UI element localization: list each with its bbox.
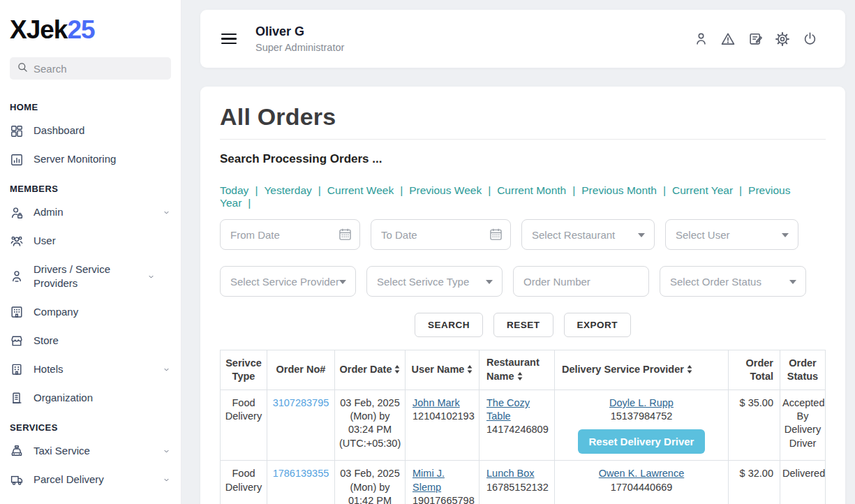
hotel-icon bbox=[10, 362, 24, 377]
restaurant-phone: 16785152132 bbox=[486, 482, 549, 493]
quick-filter-yesterday[interactable]: Yesterday bbox=[264, 184, 311, 196]
current-user: Oliver G Super Administrator bbox=[255, 24, 344, 54]
sort-icon bbox=[467, 364, 473, 378]
from-date-input[interactable] bbox=[220, 219, 360, 250]
quick-filter-previous-month[interactable]: Previous Month bbox=[581, 184, 657, 196]
sidebar-item-organization[interactable]: Organization bbox=[0, 384, 181, 413]
sidebar-item-hotels[interactable]: Hotels bbox=[0, 355, 181, 384]
title-divider bbox=[220, 139, 826, 140]
user-name-link[interactable]: John Mark bbox=[412, 397, 460, 408]
sidebar-item-dashboard[interactable]: Dashboard bbox=[0, 117, 181, 145]
col-service-type: Serivce Type bbox=[221, 350, 267, 390]
order-number-link[interactable]: 3107283795 bbox=[273, 397, 329, 408]
dashboard-icon bbox=[10, 124, 24, 138]
search-button[interactable]: SEARCH bbox=[415, 313, 483, 337]
quick-date-filters: Today|Yesterday|Current Week|Previous We… bbox=[220, 184, 826, 209]
col-order-status: Order Status bbox=[780, 350, 826, 390]
logo-text-blue: 25 bbox=[67, 15, 94, 44]
filter-row-2: Select Service Provider Select Serivce T… bbox=[220, 266, 826, 297]
caret-down-icon bbox=[486, 280, 493, 284]
col-order-total: Order Total bbox=[729, 350, 780, 390]
service-type-cell: Food Delivery bbox=[221, 461, 267, 504]
restaurant-name-link[interactable]: The Cozy Table bbox=[486, 397, 530, 422]
order-date-cell: 03 Feb, 2025 (Mon) by 03:24 PM (UTC:+05:… bbox=[335, 390, 406, 461]
provider-phone: 15137984752 bbox=[611, 410, 673, 422]
quick-filter-current-year[interactable]: Current Year bbox=[672, 184, 733, 196]
logout-icon[interactable] bbox=[802, 31, 817, 47]
logo-text-black: XJek bbox=[10, 15, 67, 44]
sidebar-item-label: Store bbox=[34, 334, 171, 348]
provider-name-link[interactable]: Owen K. Lawrence bbox=[599, 468, 685, 479]
caret-down-icon bbox=[789, 280, 796, 284]
sidebar-item-store[interactable]: Store bbox=[0, 327, 181, 355]
sidebar-item-label: Hotels bbox=[34, 362, 154, 376]
col-user-name[interactable]: User Name bbox=[406, 350, 479, 390]
reset-delivery-driver-button[interactable]: Reset Delivery Driver bbox=[578, 429, 706, 454]
restaurant-name-link[interactable]: Lunch Box bbox=[486, 468, 535, 479]
sidebar-search[interactable] bbox=[10, 57, 171, 80]
chevron-down-icon bbox=[163, 447, 171, 455]
sidebar-item-taxi-service[interactable]: Taxi Service bbox=[0, 437, 181, 466]
quick-filter-previous-week[interactable]: Previous Week bbox=[409, 184, 482, 196]
to-date-input[interactable] bbox=[371, 219, 511, 250]
select-order-status-dropdown[interactable]: Select Order Status bbox=[660, 266, 806, 297]
caret-down-icon bbox=[782, 233, 789, 237]
reset-button[interactable]: RESET bbox=[493, 313, 553, 337]
form-icon[interactable] bbox=[748, 31, 763, 47]
user-name-link[interactable]: Mimi J. Slemp bbox=[412, 468, 445, 492]
col-delivery-service-provider[interactable]: Delivery Service Provider bbox=[555, 350, 729, 390]
selected-value: Select User bbox=[676, 229, 730, 241]
quick-filter-current-month[interactable]: Current Month bbox=[497, 184, 566, 196]
order-number-input[interactable] bbox=[513, 266, 649, 297]
provider-name-link[interactable]: Doyle L. Rupp bbox=[609, 397, 674, 408]
sidebar-item-label: Server Monitoring bbox=[34, 152, 171, 166]
sort-icon bbox=[687, 364, 692, 378]
alert-icon[interactable] bbox=[720, 31, 736, 47]
user-name: Oliver G bbox=[255, 24, 344, 40]
sidebar-item-server-monitoring[interactable]: Server Monitoring bbox=[0, 145, 181, 174]
col-order-date[interactable]: Order Date bbox=[335, 350, 406, 390]
col-restaurant-name[interactable]: Restaurant Name bbox=[479, 350, 555, 390]
order-no-cell: 1786139355 bbox=[267, 461, 335, 504]
sidebar-item-drivers-service-providers[interactable]: Drivers / Service Providers bbox=[0, 255, 181, 298]
search-input[interactable] bbox=[34, 63, 164, 75]
export-button[interactable]: EXPORT bbox=[564, 313, 632, 337]
sidebar-item-admin[interactable]: Admin bbox=[0, 198, 181, 227]
col-order-no: Order No# bbox=[267, 350, 335, 390]
chevron-down-icon bbox=[163, 476, 171, 484]
chevron-down-icon bbox=[147, 273, 156, 281]
driver-icon bbox=[10, 269, 24, 284]
selected-value: Select Order Status bbox=[670, 276, 761, 288]
quick-filter-current-week[interactable]: Current Week bbox=[327, 184, 394, 196]
order-status-cell: Delivered bbox=[780, 461, 826, 504]
sidebar-item-label: Drivers / Service Providers bbox=[34, 262, 138, 291]
separator: | bbox=[488, 184, 491, 196]
to-date-field bbox=[371, 219, 511, 250]
sidebar-item-parcel-delivery[interactable]: Parcel Delivery bbox=[0, 466, 181, 494]
nav-heading-services: SERVICES bbox=[0, 413, 181, 437]
search-icon bbox=[17, 61, 29, 76]
separator: | bbox=[248, 197, 251, 209]
user-role: Super Administrator bbox=[255, 41, 344, 54]
quick-filter-today[interactable]: Today bbox=[220, 184, 248, 196]
section-subtitle: Search Processing Orders ... bbox=[220, 152, 826, 166]
app-logo[interactable]: XJek25 bbox=[0, 10, 181, 57]
filter-actions: SEARCH RESET EXPORT bbox=[220, 313, 826, 337]
sidebar-item-user[interactable]: User bbox=[0, 227, 181, 255]
order-number-link[interactable]: 1786139355 bbox=[273, 468, 329, 479]
select-service-provider-dropdown[interactable]: Select Service Provider bbox=[220, 266, 356, 297]
select-user-dropdown[interactable]: Select User bbox=[665, 219, 798, 250]
settings-icon[interactable] bbox=[775, 31, 790, 47]
profile-icon[interactable] bbox=[693, 31, 708, 47]
store-icon bbox=[10, 334, 24, 348]
table-row: Food Delivery 3107283795 03 Feb, 2025 (M… bbox=[221, 390, 826, 461]
select-service-type-dropdown[interactable]: Select Serivce Type bbox=[366, 266, 503, 297]
order-total-cell: $ 35.00 bbox=[729, 390, 780, 461]
hamburger-menu-icon[interactable] bbox=[221, 34, 237, 44]
select-restaurant-dropdown[interactable]: Select Restaurant bbox=[521, 219, 655, 250]
nav-heading-members: MEMBERS bbox=[0, 174, 181, 198]
page-title: All Orders bbox=[220, 103, 826, 131]
order-date-cell: 03 Feb, 2025 (Mon) by 01:42 PM (UTC:+05:… bbox=[335, 461, 406, 504]
order-no-cell: 3107283795 bbox=[267, 390, 335, 461]
sidebar-item-company[interactable]: Company bbox=[0, 298, 181, 327]
